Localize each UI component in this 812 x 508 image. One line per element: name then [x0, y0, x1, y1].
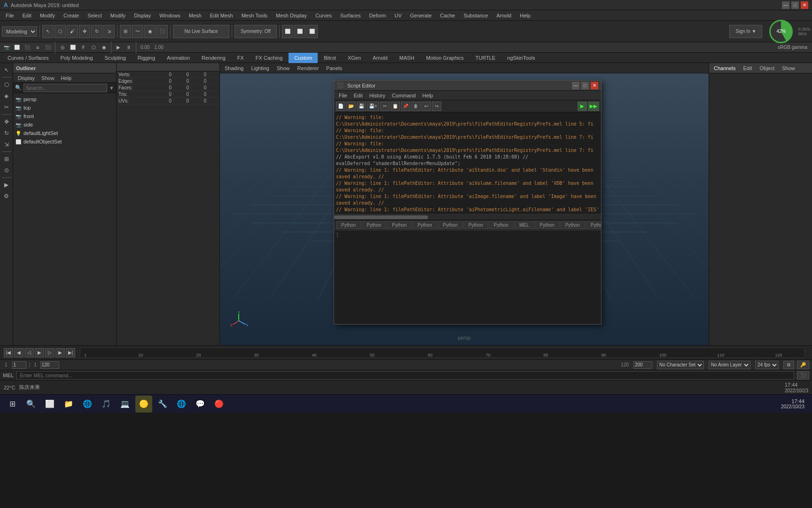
- tab-ngskintools[interactable]: ngSkinTools: [501, 53, 540, 63]
- browser-btn[interactable]: 🌐: [173, 396, 190, 413]
- tab-edit[interactable]: Edit: [740, 65, 755, 71]
- menu-arnold[interactable]: Arnold: [492, 12, 515, 19]
- view-btn-3[interactable]: ⬛: [23, 43, 32, 52]
- mel-run-btn[interactable]: ⬛: [797, 371, 809, 380]
- tool-select[interactable]: ↖: [42, 25, 54, 38]
- tree-item-default-light-set[interactable]: 💡 defaultLightSet: [13, 129, 116, 137]
- se-output-area[interactable]: // Warning: file: C:\Users\Administrator…: [334, 112, 601, 214]
- se-menu-command[interactable]: Command: [389, 93, 419, 98]
- knife-icon[interactable]: ✂: [1, 102, 12, 112]
- tab-sculpting[interactable]: Sculpting: [99, 53, 132, 63]
- close-button[interactable]: ✕: [801, 1, 808, 9]
- se-open-btn[interactable]: 📂: [346, 102, 356, 111]
- symmetry-btn[interactable]: Symmetry: Off: [234, 25, 277, 38]
- snap-grid[interactable]: ⊞: [120, 25, 131, 38]
- se-tab-python-2[interactable]: Python: [361, 221, 386, 229]
- maya-taskbar-btn[interactable]: 🟡: [135, 396, 152, 413]
- se-tab-python-1[interactable]: Python: [336, 221, 361, 229]
- anim-settings-btn[interactable]: ⚙: [783, 361, 794, 369]
- prev-key-btn[interactable]: ◁: [24, 348, 34, 357]
- tab-animation[interactable]: Animation: [161, 53, 195, 63]
- tab-xgen[interactable]: XGen: [342, 53, 367, 63]
- se-maximize-btn[interactable]: □: [581, 82, 589, 89]
- outliner-menu-help[interactable]: Help: [58, 75, 75, 81]
- isolate-btn[interactable]: ◎: [58, 43, 67, 52]
- menu-generate[interactable]: Generate: [406, 12, 436, 19]
- snap-point[interactable]: ◉: [144, 25, 156, 38]
- se-paste-btn[interactable]: 📌: [401, 102, 410, 111]
- snap-surface[interactable]: ⬛: [156, 25, 168, 38]
- tool-move[interactable]: ✥: [79, 25, 90, 38]
- wireframe-btn[interactable]: ⬡: [89, 43, 98, 52]
- se-cut-btn[interactable]: ✂: [380, 102, 390, 111]
- se-tab-python-7[interactable]: Python: [489, 221, 514, 229]
- se-save-as-btn[interactable]: 💾+: [367, 102, 379, 111]
- se-run-all-btn[interactable]: ▶▶: [588, 102, 599, 111]
- menu-display[interactable]: Display: [130, 12, 155, 19]
- menu-select[interactable]: Select: [84, 12, 106, 19]
- menu-create[interactable]: Create: [60, 12, 83, 19]
- search-taskbar-btn[interactable]: 🔍: [23, 396, 39, 413]
- menu-curves[interactable]: Curves: [312, 12, 336, 19]
- vp-show-btn[interactable]: Show: [274, 64, 293, 72]
- max-time-input[interactable]: [633, 361, 652, 369]
- se-menu-help[interactable]: Help: [420, 93, 436, 98]
- tree-item-top[interactable]: 📷 top: [13, 103, 116, 112]
- chat-btn[interactable]: 💬: [192, 396, 209, 413]
- se-tab-python-8[interactable]: Python: [535, 221, 560, 229]
- tool-rotate[interactable]: ↻: [91, 25, 102, 38]
- se-minimize-btn[interactable]: —: [572, 82, 579, 89]
- se-scrollbar-thumb[interactable]: [334, 215, 428, 219]
- tab-motion-graphics[interactable]: Motion Graphics: [421, 53, 469, 63]
- sign-in-btn[interactable]: Sign In ▼: [729, 25, 762, 38]
- rotate-icon[interactable]: ↻: [1, 128, 12, 138]
- next-frame-btn[interactable]: ▶: [55, 348, 65, 357]
- se-tab-mel[interactable]: MEL: [514, 221, 534, 229]
- menu-windows[interactable]: Windows: [156, 12, 184, 19]
- se-run-btn[interactable]: ▶: [578, 102, 587, 111]
- se-tab-python-4[interactable]: Python: [412, 221, 437, 229]
- tab-turtle[interactable]: TURTLE: [470, 53, 501, 63]
- character-set-select[interactable]: No Character Set: [657, 361, 704, 369]
- title-bar-controls[interactable]: — □ ✕: [782, 1, 808, 9]
- tool-lasso[interactable]: ⬡: [55, 25, 66, 38]
- end-frame-input[interactable]: [40, 361, 59, 369]
- workspace-dropdown[interactable]: Modeling: [2, 26, 37, 37]
- red-app-btn[interactable]: 🔴: [211, 396, 227, 413]
- se-menu-file[interactable]: File: [336, 93, 350, 98]
- menu-mesh[interactable]: Mesh: [185, 12, 205, 19]
- se-new-btn[interactable]: 📄: [336, 102, 345, 111]
- settings-taskbar-btn[interactable]: 💻: [117, 396, 133, 413]
- se-close-btn[interactable]: ✕: [591, 82, 598, 89]
- goto-end-btn[interactable]: ▶|: [66, 348, 75, 357]
- tab-poly-modeling[interactable]: Poly Modeling: [55, 53, 98, 63]
- tab-custom[interactable]: Custom: [289, 53, 318, 63]
- menu-deform[interactable]: Deform: [365, 12, 390, 19]
- vp-panels-btn[interactable]: Panels: [323, 64, 345, 72]
- tab-bitrot[interactable]: Bitrot: [318, 53, 342, 63]
- timeline-ruler[interactable]: 1 10 20 30 40 50 60 70 80 90 100 110 120: [80, 348, 804, 358]
- xray-btn[interactable]: ⬜: [68, 43, 78, 52]
- dev-tools-btn[interactable]: 🔧: [154, 396, 171, 413]
- menu-edit[interactable]: Edit: [19, 12, 35, 19]
- paint-icon[interactable]: ◈: [1, 91, 12, 101]
- menu-edit-mesh[interactable]: Edit Mesh: [206, 12, 237, 19]
- menu-surfaces[interactable]: Surfaces: [336, 12, 364, 19]
- start-button[interactable]: ⊞: [4, 396, 21, 413]
- music-btn[interactable]: 🎵: [98, 396, 115, 413]
- frame-input[interactable]: [12, 361, 26, 369]
- task-view-btn[interactable]: ⬜: [41, 396, 58, 413]
- render-btn-3[interactable]: ⬜: [306, 25, 318, 38]
- tool-scale[interactable]: ⇲: [103, 25, 115, 38]
- select-tool-icon[interactable]: ↖: [1, 65, 12, 75]
- tab-object[interactable]: Object: [757, 65, 777, 71]
- outliner-search-input[interactable]: [23, 84, 107, 92]
- magnet-icon[interactable]: ⊙: [1, 165, 12, 175]
- edge-browser-btn[interactable]: 🌐: [79, 396, 96, 413]
- next-key-btn[interactable]: ▷: [45, 348, 55, 357]
- view-btn-1[interactable]: 📷: [2, 43, 11, 52]
- tab-curves-surfaces[interactable]: Curves / Surfaces: [2, 53, 54, 63]
- tab-rendering[interactable]: Rendering: [196, 53, 231, 63]
- tree-item-default-object-set[interactable]: ⬜ defaultObjectSet: [13, 137, 116, 146]
- settings-icon[interactable]: ⚙: [1, 191, 12, 201]
